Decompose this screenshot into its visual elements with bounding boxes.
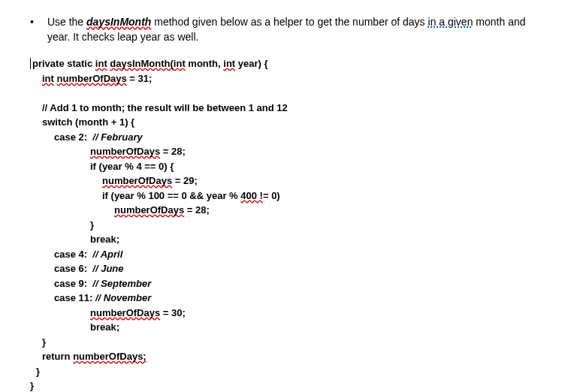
code-block: private static int daysInMonth(int month… [30,56,545,392]
code-line-10: numberOfDays = 28; [114,203,545,218]
code-line-17: numberOfDays = 30; [90,306,545,321]
code-line-21: } [36,364,545,379]
code-line-9: if (year % 100 == 0 && year % 400 != 0) [102,188,545,204]
code-line-2: int numberOfDays = 31; [42,71,545,86]
code-line-15: case 9: // September [54,276,545,291]
code-line-6: numberOfDays = 28; [90,144,545,159]
text-after-method: method given below as a helper to get th… [151,16,428,28]
text-before: Use the [47,16,86,28]
code-line-4: switch (month + 1) { [42,115,545,130]
code-line-5: case 2: // February [54,130,545,145]
code-line-14: case 6: // June [54,261,545,276]
bullet-text: Use the daysInMonth method given below a… [47,15,545,44]
method-name: daysInMonth [86,16,151,28]
code-line-19: } [42,335,545,350]
code-line-8: numberOfDays = 29; [102,173,545,188]
code-line-20: return numberOfDays; [42,349,545,364]
code-line-18: break; [90,320,545,335]
code-line-16: case 11: // November [54,291,545,306]
bullet-item: • Use the daysInMonth method given below… [23,15,545,44]
code-line-13: case 4: // April [54,247,545,262]
code-line-12: break; [90,232,545,247]
code-line-7: if (year % 4 == 0) { [90,159,545,174]
code-line-3: // Add 1 to month; the result will be be… [42,101,545,116]
code-line-11: } [90,218,545,233]
blank-line [30,86,545,101]
bullet-marker: • [30,15,34,44]
code-line-1: private static int daysInMonth(int month… [30,56,545,71]
code-line-22: } [30,378,545,392]
grammar-hint: in a given [428,16,473,28]
